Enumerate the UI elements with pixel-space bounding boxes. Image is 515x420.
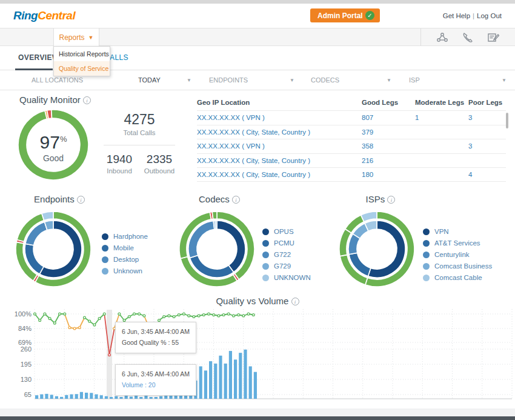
log-out-link[interactable]: Log Out	[477, 12, 502, 19]
network-status-button[interactable]	[430, 28, 455, 46]
volume-tooltip: 6 Jun, 3:45 AM-4:00 AM Volume : 20	[115, 364, 196, 396]
inbound-stat: 1940 Inbound	[100, 153, 139, 175]
geo-table-header: Geo IP Location Good Legs Moderate Legs …	[197, 95, 506, 110]
volume-tooltip-sep: :	[143, 381, 148, 388]
info-icon[interactable]: i	[291, 298, 299, 305]
info-icon[interactable]: i	[77, 196, 85, 204]
legend-label: PCMU	[274, 239, 294, 247]
cell-location: XX.XX.XX.XX ( City, State, Country )	[197, 128, 362, 136]
legend-label: Desktop	[113, 256, 139, 263]
table-row[interactable]: XX.XX.XX.XX ( City, State, Country )379	[197, 125, 506, 139]
svg-text:100%: 100%	[15, 310, 32, 318]
col-header-good-legs: Good Legs	[362, 99, 415, 106]
get-help-link[interactable]: Get Help	[443, 12, 470, 19]
cell-moderate-legs: 1	[415, 114, 468, 121]
table-row[interactable]: XX.XX.XX.XX ( City, State, Country )1804	[197, 167, 506, 182]
chevron-down-icon: ▼	[387, 78, 391, 83]
quality-tooltip-value: Good Quality % : 55	[122, 338, 190, 348]
svg-text:65: 65	[24, 391, 32, 398]
col-header-moderate-legs: Moderate Legs	[415, 99, 468, 106]
legend-label: G722	[274, 251, 291, 258]
reports-menu-button[interactable]: Reports ▼	[53, 28, 99, 46]
legend-label: Unknown	[113, 267, 142, 275]
info-icon[interactable]: i	[83, 96, 91, 104]
legend-dot	[262, 263, 269, 270]
qos-dashboard: RingCentral Admin Portal ▼ ✓ Get Help|Lo…	[0, 0, 515, 420]
quality-grade: Good	[15, 153, 91, 163]
legend-dot	[262, 275, 269, 281]
col-header-location: Geo IP Location	[197, 99, 362, 106]
legend-dot	[423, 263, 430, 270]
isps-title-text: ISPs	[366, 194, 385, 204]
status-check-icon: ✓	[365, 11, 374, 20]
legend-dot	[102, 245, 108, 252]
legend-label: UNKNOWN	[274, 274, 311, 281]
legend-dot	[102, 268, 108, 275]
legend-dot	[423, 228, 430, 235]
reports-dropdown-menu: Historical Reports Quality of Service	[53, 46, 110, 76]
table-row[interactable]: XX.XX.XX.XX ( VPN )3583	[197, 139, 506, 153]
cell-location: XX.XX.XX.XX ( VPN )	[197, 142, 362, 150]
legend-dot	[262, 252, 269, 258]
filter-endpoints[interactable]: ENDPOINTS▼	[200, 70, 303, 90]
filter-codecs[interactable]: CODECS▼	[303, 70, 400, 90]
quality-monitor-title-text: Quality Monitor	[19, 95, 81, 105]
volume-tooltip-time: 6 Jun, 3:45 AM-4:00 AM	[122, 369, 190, 380]
filter-location-value: ALL LOCATIONS	[32, 76, 83, 84]
legend-dot	[423, 252, 430, 258]
header-toolbar	[420, 28, 506, 46]
svg-text:260: 260	[21, 345, 32, 353]
header-links: Get Help|Log Out	[443, 12, 502, 19]
quality-vs-volume-section: Quality vs Volume i 100%84%69%2601951306…	[0, 294, 515, 415]
logo-central: Central	[38, 9, 75, 22]
cell-good-legs: 216	[362, 157, 415, 164]
endpoints-title: Endpoints i	[17, 194, 102, 204]
geo-table-body: XX.XX.XX.XX ( VPN )80713XX.XX.XX.XX ( Ci…	[197, 110, 506, 182]
menu-item-quality-of-service[interactable]: Quality of Service	[54, 61, 110, 76]
legend-label: VPN	[434, 228, 449, 235]
network-icon	[436, 32, 448, 43]
quality-tooltip-time: 6 Jun, 3:45 AM-4:00 AM	[122, 327, 190, 338]
menu-bar: Reports ▼	[0, 28, 515, 46]
svg-text:130: 130	[21, 376, 32, 383]
stats-divider	[104, 145, 175, 145]
col-header-poor-legs: Poor Legs	[468, 99, 506, 106]
legend-item: UNKNOWN	[262, 274, 311, 281]
codecs-title-text: Codecs	[199, 194, 230, 204]
legend-item: Desktop	[102, 256, 148, 263]
legend-label: OPUS	[274, 228, 294, 235]
isps-donut	[336, 208, 418, 290]
filter-isp[interactable]: ISP▼	[400, 70, 515, 90]
ringcentral-logo: RingCentral	[13, 9, 75, 22]
volume-tooltip-label: Volume	[122, 381, 143, 388]
info-icon[interactable]: i	[387, 196, 395, 204]
app-header: RingCentral Admin Portal ▼ ✓ Get Help|Lo…	[0, 4, 515, 28]
phone-button[interactable]	[455, 28, 480, 46]
table-row[interactable]: XX.XX.XX.XX ( City, State, Country )216	[197, 153, 506, 168]
menu-item-historical-reports[interactable]: Historical Reports	[54, 47, 110, 61]
compose-log-button[interactable]	[480, 28, 506, 46]
table-scrollbar[interactable]	[506, 113, 508, 128]
admin-portal-label: Admin Portal	[317, 12, 363, 20]
table-row[interactable]: XX.XX.XX.XX ( VPN )80713	[197, 110, 506, 125]
cell-location: XX.XX.XX.XX ( VPN )	[197, 114, 362, 121]
quality-vs-volume-title-text: Quality vs Volume	[216, 296, 288, 306]
legend-item: Mobile	[102, 244, 148, 252]
filter-date[interactable]: TODAY▼	[103, 70, 200, 90]
legend-dot	[102, 256, 108, 263]
legend-label: Hardphone	[113, 233, 148, 240]
geo-ip-table: Geo IP Location Good Legs Moderate Legs …	[197, 95, 506, 182]
legend-dot	[262, 240, 269, 247]
legend-item: Centurylink	[423, 251, 492, 258]
volume-tooltip-value: Volume : 20	[122, 380, 190, 391]
chevron-down-icon: ▼	[88, 35, 94, 41]
info-icon[interactable]: i	[232, 196, 240, 204]
quality-percent: 97	[40, 132, 60, 152]
outbound-value: 2335	[140, 153, 179, 166]
isps-title: ISPs i	[338, 194, 423, 204]
codecs-title: Codecs i	[177, 194, 262, 204]
quality-vs-volume-title: Quality vs Volume i	[0, 296, 515, 306]
filter-endpoints-value: ENDPOINTS	[209, 76, 248, 84]
chevron-down-icon: ▼	[502, 78, 507, 83]
legend-item: VPN	[423, 228, 492, 235]
